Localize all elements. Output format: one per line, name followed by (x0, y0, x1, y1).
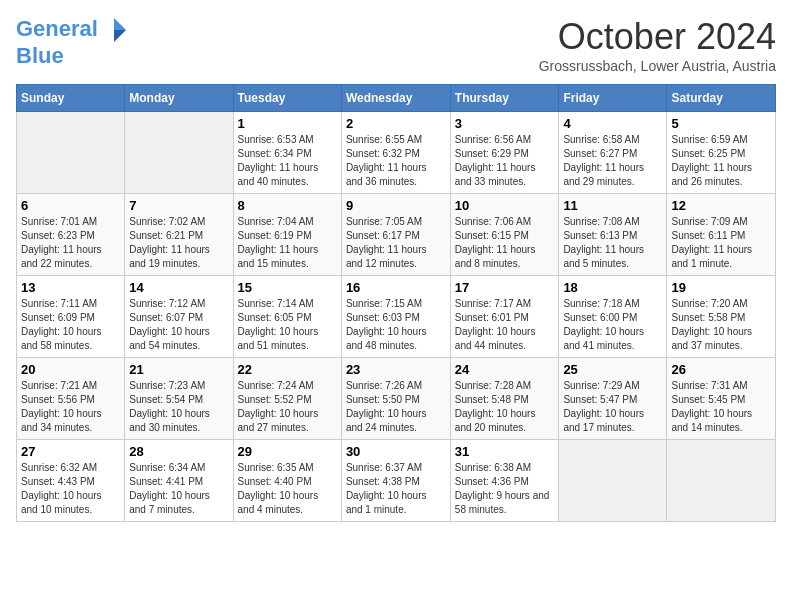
day-info: Sunrise: 7:06 AM Sunset: 6:15 PM Dayligh… (455, 215, 555, 271)
weekday-header: Thursday (450, 85, 559, 112)
day-number: 10 (455, 198, 555, 213)
day-number: 23 (346, 362, 446, 377)
day-number: 11 (563, 198, 662, 213)
calendar-cell: 16Sunrise: 7:15 AM Sunset: 6:03 PM Dayli… (341, 276, 450, 358)
calendar-week-row: 1Sunrise: 6:53 AM Sunset: 6:34 PM Daylig… (17, 112, 776, 194)
calendar-cell: 8Sunrise: 7:04 AM Sunset: 6:19 PM Daylig… (233, 194, 341, 276)
day-info: Sunrise: 7:18 AM Sunset: 6:00 PM Dayligh… (563, 297, 662, 353)
day-info: Sunrise: 7:09 AM Sunset: 6:11 PM Dayligh… (671, 215, 771, 271)
calendar-cell: 24Sunrise: 7:28 AM Sunset: 5:48 PM Dayli… (450, 358, 559, 440)
day-info: Sunrise: 6:32 AM Sunset: 4:43 PM Dayligh… (21, 461, 120, 517)
calendar-cell: 2Sunrise: 6:55 AM Sunset: 6:32 PM Daylig… (341, 112, 450, 194)
calendar-week-row: 27Sunrise: 6:32 AM Sunset: 4:43 PM Dayli… (17, 440, 776, 522)
calendar-cell: 6Sunrise: 7:01 AM Sunset: 6:23 PM Daylig… (17, 194, 125, 276)
day-info: Sunrise: 7:01 AM Sunset: 6:23 PM Dayligh… (21, 215, 120, 271)
day-info: Sunrise: 7:31 AM Sunset: 5:45 PM Dayligh… (671, 379, 771, 435)
day-info: Sunrise: 6:59 AM Sunset: 6:25 PM Dayligh… (671, 133, 771, 189)
calendar-cell: 25Sunrise: 7:29 AM Sunset: 5:47 PM Dayli… (559, 358, 667, 440)
day-number: 30 (346, 444, 446, 459)
calendar-cell: 30Sunrise: 6:37 AM Sunset: 4:38 PM Dayli… (341, 440, 450, 522)
day-info: Sunrise: 6:55 AM Sunset: 6:32 PM Dayligh… (346, 133, 446, 189)
calendar-cell (667, 440, 776, 522)
day-info: Sunrise: 6:53 AM Sunset: 6:34 PM Dayligh… (238, 133, 337, 189)
day-info: Sunrise: 7:26 AM Sunset: 5:50 PM Dayligh… (346, 379, 446, 435)
logo-subtext: Blue (16, 44, 128, 68)
page-header: General Blue October 2024 Grossrussbach,… (16, 16, 776, 74)
weekday-header: Saturday (667, 85, 776, 112)
day-info: Sunrise: 7:29 AM Sunset: 5:47 PM Dayligh… (563, 379, 662, 435)
day-number: 15 (238, 280, 337, 295)
day-number: 22 (238, 362, 337, 377)
day-number: 3 (455, 116, 555, 131)
weekday-header: Sunday (17, 85, 125, 112)
weekday-header: Tuesday (233, 85, 341, 112)
day-info: Sunrise: 7:24 AM Sunset: 5:52 PM Dayligh… (238, 379, 337, 435)
calendar-cell: 14Sunrise: 7:12 AM Sunset: 6:07 PM Dayli… (125, 276, 233, 358)
location: Grossrussbach, Lower Austria, Austria (539, 58, 776, 74)
day-number: 26 (671, 362, 771, 377)
calendar-cell: 29Sunrise: 6:35 AM Sunset: 4:40 PM Dayli… (233, 440, 341, 522)
calendar-cell: 18Sunrise: 7:18 AM Sunset: 6:00 PM Dayli… (559, 276, 667, 358)
day-info: Sunrise: 6:58 AM Sunset: 6:27 PM Dayligh… (563, 133, 662, 189)
day-number: 20 (21, 362, 120, 377)
svg-marker-0 (114, 18, 126, 30)
day-number: 8 (238, 198, 337, 213)
day-number: 12 (671, 198, 771, 213)
calendar-cell: 7Sunrise: 7:02 AM Sunset: 6:21 PM Daylig… (125, 194, 233, 276)
calendar-cell (17, 112, 125, 194)
day-info: Sunrise: 6:56 AM Sunset: 6:29 PM Dayligh… (455, 133, 555, 189)
calendar-week-row: 6Sunrise: 7:01 AM Sunset: 6:23 PM Daylig… (17, 194, 776, 276)
day-info: Sunrise: 7:15 AM Sunset: 6:03 PM Dayligh… (346, 297, 446, 353)
day-number: 19 (671, 280, 771, 295)
calendar-cell: 21Sunrise: 7:23 AM Sunset: 5:54 PM Dayli… (125, 358, 233, 440)
day-number: 25 (563, 362, 662, 377)
day-info: Sunrise: 6:35 AM Sunset: 4:40 PM Dayligh… (238, 461, 337, 517)
day-number: 9 (346, 198, 446, 213)
weekday-header: Wednesday (341, 85, 450, 112)
weekday-header: Monday (125, 85, 233, 112)
day-number: 16 (346, 280, 446, 295)
month-title: October 2024 (539, 16, 776, 58)
day-info: Sunrise: 7:12 AM Sunset: 6:07 PM Dayligh… (129, 297, 228, 353)
calendar-table: SundayMondayTuesdayWednesdayThursdayFrid… (16, 84, 776, 522)
calendar-cell (125, 112, 233, 194)
calendar-cell: 27Sunrise: 6:32 AM Sunset: 4:43 PM Dayli… (17, 440, 125, 522)
day-number: 21 (129, 362, 228, 377)
day-number: 14 (129, 280, 228, 295)
day-number: 29 (238, 444, 337, 459)
day-number: 18 (563, 280, 662, 295)
day-number: 1 (238, 116, 337, 131)
day-number: 5 (671, 116, 771, 131)
calendar-cell: 12Sunrise: 7:09 AM Sunset: 6:11 PM Dayli… (667, 194, 776, 276)
day-number: 28 (129, 444, 228, 459)
day-info: Sunrise: 6:38 AM Sunset: 4:36 PM Dayligh… (455, 461, 555, 517)
day-number: 7 (129, 198, 228, 213)
calendar-cell: 26Sunrise: 7:31 AM Sunset: 5:45 PM Dayli… (667, 358, 776, 440)
day-info: Sunrise: 7:20 AM Sunset: 5:58 PM Dayligh… (671, 297, 771, 353)
calendar-week-row: 13Sunrise: 7:11 AM Sunset: 6:09 PM Dayli… (17, 276, 776, 358)
calendar-cell: 22Sunrise: 7:24 AM Sunset: 5:52 PM Dayli… (233, 358, 341, 440)
day-info: Sunrise: 7:11 AM Sunset: 6:09 PM Dayligh… (21, 297, 120, 353)
svg-marker-1 (114, 30, 126, 42)
day-info: Sunrise: 7:14 AM Sunset: 6:05 PM Dayligh… (238, 297, 337, 353)
day-info: Sunrise: 7:21 AM Sunset: 5:56 PM Dayligh… (21, 379, 120, 435)
calendar-cell: 15Sunrise: 7:14 AM Sunset: 6:05 PM Dayli… (233, 276, 341, 358)
logo: General Blue (16, 16, 128, 68)
calendar-cell: 17Sunrise: 7:17 AM Sunset: 6:01 PM Dayli… (450, 276, 559, 358)
header-row: SundayMondayTuesdayWednesdayThursdayFrid… (17, 85, 776, 112)
day-number: 4 (563, 116, 662, 131)
day-info: Sunrise: 7:04 AM Sunset: 6:19 PM Dayligh… (238, 215, 337, 271)
day-number: 13 (21, 280, 120, 295)
calendar-cell: 19Sunrise: 7:20 AM Sunset: 5:58 PM Dayli… (667, 276, 776, 358)
calendar-cell (559, 440, 667, 522)
calendar-cell: 10Sunrise: 7:06 AM Sunset: 6:15 PM Dayli… (450, 194, 559, 276)
calendar-cell: 11Sunrise: 7:08 AM Sunset: 6:13 PM Dayli… (559, 194, 667, 276)
calendar-cell: 3Sunrise: 6:56 AM Sunset: 6:29 PM Daylig… (450, 112, 559, 194)
calendar-cell: 31Sunrise: 6:38 AM Sunset: 4:36 PM Dayli… (450, 440, 559, 522)
day-info: Sunrise: 7:05 AM Sunset: 6:17 PM Dayligh… (346, 215, 446, 271)
day-info: Sunrise: 7:23 AM Sunset: 5:54 PM Dayligh… (129, 379, 228, 435)
calendar-cell: 1Sunrise: 6:53 AM Sunset: 6:34 PM Daylig… (233, 112, 341, 194)
day-number: 27 (21, 444, 120, 459)
weekday-header: Friday (559, 85, 667, 112)
calendar-cell: 20Sunrise: 7:21 AM Sunset: 5:56 PM Dayli… (17, 358, 125, 440)
